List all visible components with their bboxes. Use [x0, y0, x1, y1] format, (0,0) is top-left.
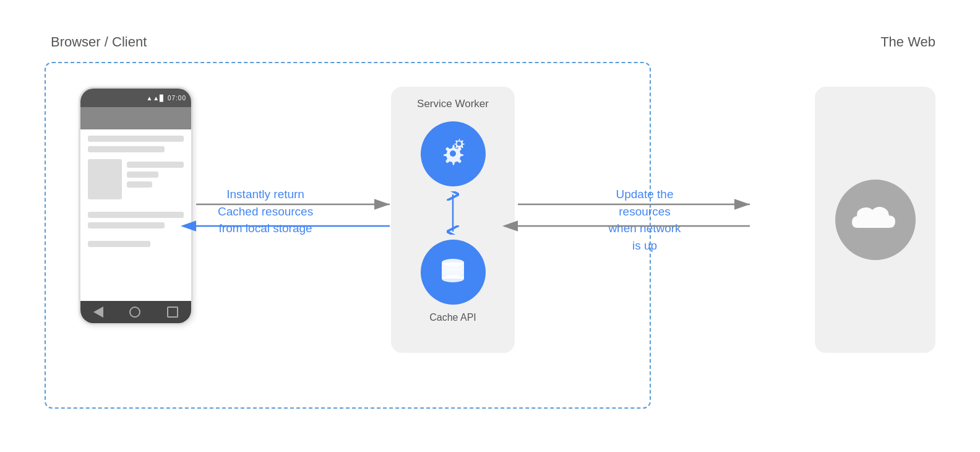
- phone-status-bar: ▲▲▊ 07:00: [80, 89, 191, 107]
- annotation-right-line2: resources: [619, 205, 670, 218]
- diagram-container: Browser / Client The Web ▲▲▊ 07:00: [26, 15, 954, 437]
- phone-spacer-2: [88, 233, 184, 237]
- phone-status-icons: ▲▲▊ 07:00: [146, 95, 186, 102]
- phone-line-5: [127, 181, 152, 188]
- annotation-left-line1: Instantly return: [226, 188, 304, 201]
- web-box: [815, 87, 935, 353]
- phone-line-1: [88, 136, 184, 142]
- phone-line-8: [88, 241, 150, 247]
- annotation-left-line3: from local storage: [219, 222, 312, 235]
- svg-point-1: [450, 150, 456, 157]
- phone-text-lines: [127, 159, 184, 199]
- gear-icon: [433, 134, 473, 174]
- service-worker-box: Service Worker: [391, 87, 515, 353]
- phone-spacer-1: [88, 204, 184, 207]
- phone-header: [80, 107, 191, 129]
- cache-api-label: Cache API: [429, 312, 476, 323]
- vertical-double-arrow-icon: [444, 191, 462, 235]
- phone-content: [80, 129, 191, 301]
- phone-line-3: [127, 162, 184, 168]
- the-web-label: The Web: [880, 34, 935, 50]
- annotation-right-line1: Update the: [616, 188, 674, 201]
- phone-recent-btn: [167, 306, 178, 318]
- phone-line-6: [88, 212, 184, 218]
- svg-point-9: [442, 269, 464, 276]
- phone-device: ▲▲▊ 07:00: [79, 87, 193, 325]
- browser-client-label: Browser / Client: [51, 34, 147, 50]
- phone-line-7: [88, 222, 165, 228]
- database-icon-circle: [421, 240, 486, 305]
- phone-nav-bar: [80, 301, 191, 323]
- phone-line-2: [88, 146, 165, 152]
- database-icon: [434, 254, 471, 291]
- annotation-right-line3: when network: [608, 222, 681, 235]
- service-worker-label: Service Worker: [417, 98, 489, 110]
- cloud-icon: [849, 200, 901, 240]
- left-annotation: Instantly return Cached resources from l…: [218, 186, 313, 237]
- svg-point-3: [457, 142, 461, 146]
- cloud-icon-circle: [835, 180, 916, 260]
- annotation-right-line4: is up: [632, 239, 657, 252]
- gear-icon-circle: [421, 121, 486, 186]
- phone-back-btn: [93, 306, 103, 318]
- right-annotation: Update the resources when network is up: [577, 186, 713, 254]
- phone-image-placeholder: [88, 159, 122, 199]
- phone-line-4: [127, 172, 158, 178]
- annotation-left-line2: Cached resources: [218, 205, 313, 218]
- phone-home-btn: [129, 306, 140, 318]
- vertical-arrow: [444, 191, 462, 235]
- phone-content-block: [88, 159, 184, 199]
